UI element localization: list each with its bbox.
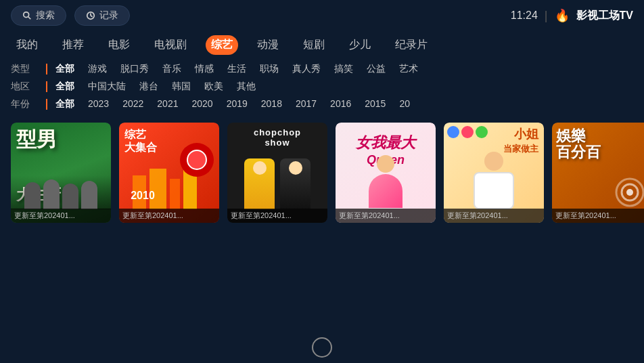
svg-rect-7 (170, 179, 180, 209)
type-options: 全部 游戏 脱口秀 音乐 情感 生活 职场 真人秀 搞笑 公益 艺术 (55, 63, 418, 75)
year-2022[interactable]: 2022 (122, 98, 143, 110)
card-1-title-line1: 型男 (16, 129, 57, 150)
year-2017[interactable]: 2017 (296, 98, 317, 110)
card-3-hosts (227, 158, 327, 209)
region-all[interactable]: 全部 (55, 81, 74, 93)
type-emotion[interactable]: 情感 (195, 63, 214, 75)
type-filter-row: 类型 全部 游戏 脱口秀 音乐 情感 生活 职场 真人秀 搞笑 公益 艺术 (11, 60, 633, 78)
year-2021[interactable]: 2021 (157, 98, 178, 110)
card-5-head (484, 152, 503, 171)
type-reality[interactable]: 真人秀 (292, 63, 321, 75)
year-2016[interactable]: 2016 (330, 98, 351, 110)
type-divider (46, 64, 47, 74)
record-button[interactable]: 记录 (74, 5, 130, 26)
type-all[interactable]: 全部 (55, 63, 74, 75)
tab-movie[interactable]: 电影 (103, 35, 135, 55)
region-useu[interactable]: 欧美 (204, 81, 223, 93)
bottom-nav (312, 337, 332, 358)
year-more[interactable]: 20 (399, 98, 410, 110)
card-6-bg: 娛樂百分百 (552, 123, 644, 223)
divider: | (545, 9, 548, 23)
year-2020[interactable]: 2020 (191, 98, 212, 110)
search-button[interactable]: 搜索 (11, 5, 66, 26)
card-2[interactable]: 综艺大集合 2010 更新至第202401... (119, 123, 219, 223)
mascot-inner (187, 150, 207, 170)
bird-3 (476, 126, 488, 138)
card-3-caption: 更新至第202401... (227, 209, 327, 223)
top-right-info: 11:24 | 🔥 影视工场TV (511, 8, 633, 23)
year-all[interactable]: 全部 (55, 98, 74, 110)
year-2015[interactable]: 2015 (365, 98, 386, 110)
search-icon (22, 11, 32, 20)
card-4-caption: 更新至第202401... (336, 209, 436, 223)
brand-icon: 🔥 (555, 8, 570, 23)
card-5-birds (447, 126, 495, 138)
card-5-caption: 更新至第202401... (444, 209, 544, 223)
card-1-caption: 更新至第202401... (11, 209, 111, 223)
record-label: 记录 (99, 9, 118, 22)
year-2018[interactable]: 2018 (261, 98, 282, 110)
tab-short[interactable]: 短剧 (298, 35, 330, 55)
year-divider (46, 99, 47, 110)
card-5-person (470, 152, 518, 209)
svg-line-1 (28, 17, 31, 20)
time-display: 11:24 (511, 9, 538, 22)
category-tabs: 我的 推荐 电影 电视剧 综艺 动漫 短剧 少儿 纪录片 (0, 31, 644, 59)
card-4[interactable]: 女我最大 Queen 更新至第202401... (336, 123, 436, 223)
type-life[interactable]: 生活 (227, 63, 246, 75)
svg-text:2010: 2010 (131, 190, 155, 201)
host-2 (280, 158, 310, 209)
card-4-body (369, 174, 402, 208)
card-1-people (11, 175, 111, 209)
bird-1 (447, 126, 459, 138)
type-humor[interactable]: 搞笑 (334, 63, 353, 75)
card-6-title: 娛樂百分百 (556, 128, 644, 161)
region-other[interactable]: 其他 (237, 81, 256, 93)
card-5-bg: 小姐当家做主 (444, 123, 544, 223)
tab-variety[interactable]: 综艺 (206, 35, 238, 55)
top-left-buttons: 搜索 记录 (11, 5, 130, 26)
tab-recommend[interactable]: 推荐 (57, 35, 89, 55)
type-music[interactable]: 音乐 (162, 63, 181, 75)
tab-kids[interactable]: 少儿 (344, 35, 376, 55)
content-grid: 型男 大主厨 更新至第202401... 综艺大集合 (0, 114, 644, 223)
card-2-caption: 更新至第202401... (119, 209, 219, 223)
type-charity[interactable]: 公益 (367, 63, 386, 75)
card-3[interactable]: chopchop show 更新至第202401... (227, 123, 327, 223)
card-6[interactable]: 娛樂百分百 更新至第202401... (552, 123, 644, 223)
card-3-title1: chopchop (231, 128, 323, 137)
type-game[interactable]: 游戏 (88, 63, 107, 75)
region-china[interactable]: 中国大陆 (88, 81, 126, 93)
card-5-coat (474, 172, 514, 209)
card-6-image: 娛樂百分百 (552, 123, 644, 223)
card-3-title2: show (231, 137, 323, 148)
top-bar: 搜索 记录 11:24 | 🔥 影视工场TV (0, 0, 644, 31)
card-1-image: 型男 大主厨 (11, 123, 111, 223)
year-2019[interactable]: 2019 (227, 98, 248, 110)
region-hktw[interactable]: 港台 (139, 81, 158, 93)
card-6-caption: 更新至第202401... (552, 209, 644, 223)
tab-tv[interactable]: 电视剧 (149, 35, 192, 55)
type-art[interactable]: 艺术 (399, 63, 418, 75)
type-talkshow[interactable]: 脱口秀 (120, 63, 149, 75)
type-work[interactable]: 职场 (260, 63, 279, 75)
card-5[interactable]: 小姐当家做主 更新至第202401... (444, 123, 544, 223)
home-button[interactable] (312, 337, 332, 358)
region-options: 全部 中国大陆 港台 韩国 欧美 其他 (55, 81, 256, 93)
card-4-title: 女我最大 (342, 133, 430, 153)
brand-name: 影视工场TV (576, 9, 633, 23)
type-filter-label: 类型 (11, 63, 38, 75)
tab-documentary[interactable]: 纪录片 (390, 35, 433, 55)
card-1[interactable]: 型男 大主厨 更新至第202401... (11, 123, 111, 223)
region-filter-label: 地区 (11, 81, 38, 93)
region-korea[interactable]: 韩国 (172, 81, 191, 93)
tab-anime[interactable]: 动漫 (252, 35, 284, 55)
svg-rect-6 (150, 169, 166, 209)
card-5-image: 小姐当家做主 (444, 123, 544, 223)
person-silhouette (62, 184, 78, 209)
card-3-logo: chopchop show (231, 128, 323, 148)
year-2023[interactable]: 2023 (88, 98, 109, 110)
tab-my[interactable]: 我的 (11, 35, 43, 55)
card-4-image: 女我最大 Queen (336, 123, 436, 223)
host-1-head (253, 161, 267, 175)
